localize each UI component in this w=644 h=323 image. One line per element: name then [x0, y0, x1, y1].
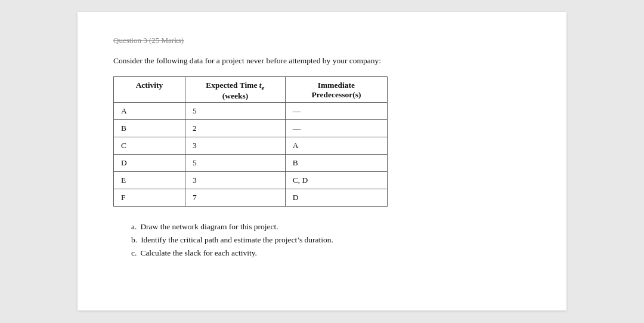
page-container: Question 3 (25 Marks) Consider the follo…	[78, 12, 566, 310]
parts-list: a.Draw the network diagram for this proj…	[113, 222, 531, 258]
part-item-0: a.Draw the network diagram for this proj…	[131, 222, 531, 232]
cell-time-3: 5	[185, 154, 286, 171]
cell-predecessor-4: C, D	[285, 171, 387, 189]
cell-activity-0: A	[114, 102, 185, 119]
cell-time-0: 5	[185, 102, 286, 119]
table-row: C3A	[114, 137, 388, 154]
col-header-activity: Activity	[114, 77, 185, 103]
table-row: F7D	[114, 189, 388, 206]
cell-predecessor-2: A	[285, 137, 387, 154]
cell-predecessor-1: —	[285, 119, 387, 137]
part-item-1: b.Identify the critical path and estimat…	[131, 235, 531, 245]
question-header: Question 3 (25 Marks)	[113, 36, 531, 45]
cell-activity-5: F	[114, 189, 185, 206]
table-row: D5B	[114, 154, 388, 171]
cell-activity-4: E	[114, 171, 185, 189]
data-table: Activity Expected Time te (weeks) Immedi…	[113, 76, 388, 207]
cell-time-4: 3	[185, 171, 286, 189]
cell-time-5: 7	[185, 189, 286, 206]
cell-activity-1: B	[114, 119, 185, 137]
part-item-2: c.Calculate the slack for each activity.	[131, 248, 531, 258]
part-text-2: Calculate the slack for each activity.	[140, 248, 257, 257]
table-row: E3C, D	[114, 171, 388, 189]
table-row: A5—	[114, 102, 388, 119]
cell-predecessor-3: B	[285, 154, 387, 171]
part-letter-0: a.	[131, 222, 137, 231]
col-header-predecessor: Immediate Predecessor(s)	[285, 77, 387, 103]
cell-predecessor-5: D	[285, 189, 387, 206]
intro-text: Consider the following data for a projec…	[113, 56, 531, 66]
cell-time-2: 3	[185, 137, 286, 154]
col-header-time: Expected Time te (weeks)	[185, 77, 286, 103]
cell-activity-3: D	[114, 154, 185, 171]
part-text-1: Identify the critical path and estimate …	[141, 235, 333, 244]
cell-activity-2: C	[114, 137, 185, 154]
part-letter-1: b.	[131, 235, 137, 244]
cell-predecessor-0: —	[285, 102, 387, 119]
part-letter-2: c.	[131, 248, 137, 257]
table-row: B2—	[114, 119, 388, 137]
cell-time-1: 2	[185, 119, 286, 137]
table-header-row: Activity Expected Time te (weeks) Immedi…	[114, 77, 388, 103]
part-text-0: Draw the network diagram for this projec…	[140, 222, 278, 231]
